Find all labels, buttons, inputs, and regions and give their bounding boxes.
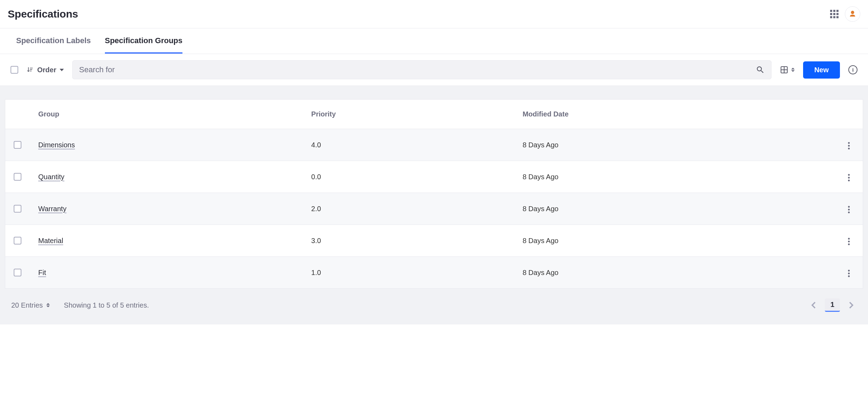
column-header-modified[interactable]: Modified Date (514, 100, 835, 129)
group-link[interactable]: Quantity (38, 173, 64, 181)
chevron-left-icon (811, 301, 816, 309)
entries-label: 20 Entries (11, 301, 43, 309)
tab-specification-groups[interactable]: Specification Groups (105, 28, 182, 54)
group-link[interactable]: Material (38, 237, 63, 244)
row-actions-menu[interactable] (845, 267, 853, 280)
column-header-checkbox (5, 100, 30, 129)
user-icon (849, 10, 856, 18)
order-dropdown[interactable]: Order (27, 66, 64, 74)
sort-arrows-icon (46, 303, 50, 307)
tabs: Specification Labels Specification Group… (0, 28, 868, 54)
row-checkbox[interactable] (14, 141, 21, 149)
page-number-current[interactable]: 1 (825, 298, 840, 312)
table-row: Quantity0.08 Days Ago (5, 161, 863, 193)
column-header-group[interactable]: Group (30, 100, 303, 129)
prev-page-button[interactable] (808, 300, 819, 311)
search-icon[interactable] (756, 65, 765, 74)
cell-priority: 1.0 (303, 257, 514, 289)
group-link[interactable]: Warranty (38, 205, 66, 213)
cell-priority: 0.0 (303, 161, 514, 193)
sort-arrows-icon (791, 68, 795, 72)
cell-priority: 3.0 (303, 225, 514, 257)
apps-grid-icon[interactable] (830, 10, 839, 18)
order-label: Order (37, 66, 56, 74)
entries-per-page-select[interactable]: 20 Entries (11, 301, 50, 309)
tab-specification-labels[interactable]: Specification Labels (16, 28, 91, 54)
header-actions (830, 6, 860, 22)
next-page-button[interactable] (846, 300, 857, 311)
row-checkbox[interactable] (14, 173, 21, 181)
select-all-checkbox[interactable] (11, 66, 18, 74)
group-link[interactable]: Fit (38, 269, 46, 276)
row-actions-menu[interactable] (845, 203, 853, 216)
row-checkbox[interactable] (14, 237, 21, 244)
cell-modified: 8 Days Ago (514, 257, 835, 289)
content-area: Group Priority Modified Date Dimensions4… (0, 86, 868, 324)
avatar[interactable] (845, 6, 860, 22)
cell-priority: 2.0 (303, 193, 514, 225)
showing-text: Showing 1 to 5 of 5 entries. (64, 301, 149, 309)
page-header: Specifications (0, 0, 868, 28)
info-icon[interactable]: i (848, 65, 857, 74)
row-actions-menu[interactable] (845, 171, 853, 184)
cell-modified: 8 Days Ago (514, 225, 835, 257)
pagination: 1 (808, 298, 857, 312)
row-actions-menu[interactable] (845, 139, 853, 152)
chevron-right-icon (849, 301, 854, 309)
page-title: Specifications (8, 8, 78, 20)
table-row: Fit1.08 Days Ago (5, 257, 863, 289)
cell-modified: 8 Days Ago (514, 161, 835, 193)
cell-priority: 4.0 (303, 129, 514, 161)
table-row: Warranty2.08 Days Ago (5, 193, 863, 225)
column-header-actions (835, 100, 863, 129)
table-row: Material3.08 Days Ago (5, 225, 863, 257)
search-field[interactable] (72, 60, 771, 79)
toolbar: Order New i (0, 54, 868, 86)
search-input[interactable] (79, 65, 755, 74)
sort-icon (27, 66, 34, 73)
chevron-down-icon (60, 69, 64, 71)
row-actions-menu[interactable] (845, 235, 853, 248)
grid-icon (780, 66, 788, 74)
table-footer: 20 Entries Showing 1 to 5 of 5 entries. … (5, 289, 863, 315)
cell-modified: 8 Days Ago (514, 193, 835, 225)
new-button[interactable]: New (803, 61, 840, 79)
table-row: Dimensions4.08 Days Ago (5, 129, 863, 161)
group-link[interactable]: Dimensions (38, 141, 75, 149)
specification-groups-table: Group Priority Modified Date Dimensions4… (5, 99, 863, 289)
cell-modified: 8 Days Ago (514, 129, 835, 161)
row-checkbox[interactable] (14, 205, 21, 213)
view-mode-toggle[interactable] (780, 66, 795, 74)
column-header-priority[interactable]: Priority (303, 100, 514, 129)
row-checkbox[interactable] (14, 269, 21, 276)
